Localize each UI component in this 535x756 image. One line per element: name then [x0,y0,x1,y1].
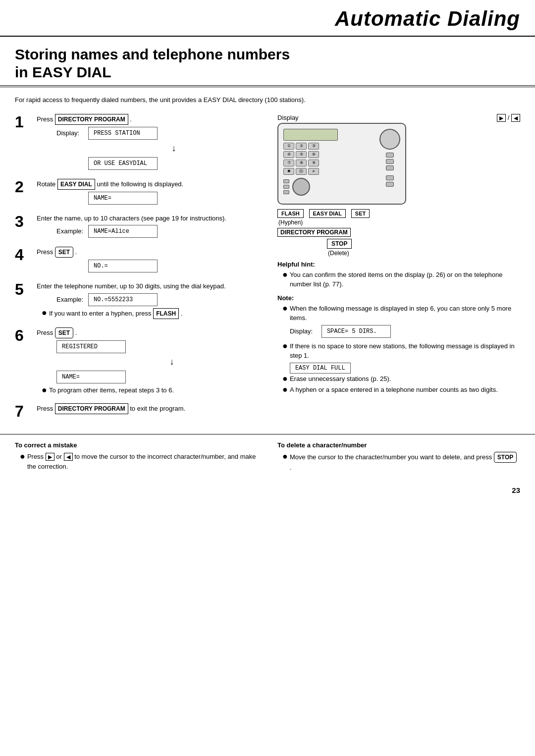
intro-text: For rapid access to frequently dialed nu… [15,95,520,105]
step-3: 3 Enter the name, up to 10 characters (s… [15,214,263,240]
easy-dial-key-diagram: EASY DIAL [309,209,346,218]
dir-program-key-row: DIRECTORY PROGRAM [277,228,520,237]
stop-key-bottom: STOP [494,452,517,463]
page-title: Automatic Dialing [335,7,520,30]
step-6-number: 6 [15,327,33,343]
step-3-display-row: Example: NAME=Alice [56,225,263,238]
step-7-number: 7 [15,403,33,419]
small-buttons-col [283,179,289,194]
helpful-hint-text: You can confirm the stored items on the … [290,270,520,289]
step-6-bullet-text: To program other items, repeat steps 3 t… [49,385,174,395]
correct-right-arrow: ▶ [46,453,54,461]
step-5-display-box: NO.=5552233 [88,293,158,306]
main-content: For rapid access to frequently dialed nu… [0,87,535,426]
step-1-display-row-2: OR USE EASYDIAL [56,157,263,170]
stop-key-diagram: STOP [327,239,352,249]
step-7-content: Press DIRECTORY PROGRAM to exit the prog… [37,403,263,414]
note-text-2: If there is no space to store new statio… [290,341,520,373]
step-5-number: 5 [15,281,33,297]
note-dot-3: ● [282,374,288,383]
page-number-area: 23 [0,481,535,502]
left-column: 1 Press DIRECTORY PROGRAM . Display: PRE… [15,114,272,427]
hyphen-label: (Hyphen) [278,219,520,226]
small-btn-1 [283,179,289,183]
diagram-right-side [379,129,400,187]
note-title: Note: [277,294,520,302]
helpful-hint-bullet: ● You can confirm the stored items on th… [282,270,520,289]
key-hash: # [308,168,319,175]
side-btn-c [386,165,394,170]
step-1-display-box-2: OR USE EASYDIAL [88,157,158,170]
diagram-display-label-row: Display ▶ / ◀ [277,114,520,121]
nav-left-arrow: ◀ [511,114,520,122]
lcd-display [283,129,338,141]
flash-key-5: FLASH [153,308,179,319]
step-2-display-row: NAME= [56,192,263,205]
step-4-content: Press SET . NO.= [37,247,263,274]
small-btn-3 [283,190,289,194]
key-6: ⑥ [308,151,319,158]
key-0: ⓪ [296,168,307,175]
step-1: 1 Press DIRECTORY PROGRAM . Display: PRE… [15,114,263,172]
step-6-display-box-2: NAME= [56,371,126,383]
step-1-display-box-1: PRESS STATION [88,127,158,140]
stop-key-row: STOP [277,239,520,249]
hint-bullet-dot: ● [282,270,288,279]
section-heading: Storing names and telephone numbers in E… [0,37,535,87]
note-display-row-2: EASY DIAL FULL [290,363,520,373]
bullet-dot-5: ● [42,308,47,317]
step-3-display-box: NAME=Alice [88,225,158,238]
step-3-example-label: Example: [56,226,85,236]
directory-program-key-7: DIRECTORY PROGRAM [55,403,128,414]
flash-key-diagram: FLASH [277,209,304,218]
dial-circle [292,178,310,196]
step-2-content: Rotate EASY DIAL until the following is … [37,179,263,207]
key-1: ① [283,143,294,150]
key-2: ② [296,143,307,150]
step-7: 7 Press DIRECTORY PROGRAM to exit the pr… [15,403,263,419]
helpful-hint-title: Helpful hint: [277,261,520,268]
step-2: 2 Rotate EASY DIAL until the following i… [15,179,263,207]
diagram-bottom-controls [283,178,338,196]
note-bullet-4: ● A hyphen or a space entered in a telep… [282,385,520,395]
note-text-3: Erase unnecessary stations (p. 25). [290,374,391,384]
step-1-arrow: ↓ [85,142,263,155]
set-key-6: SET [55,327,73,338]
bottom-keys-row: FLASH EASY DIAL SET [277,210,520,217]
step-4: 4 Press SET . NO.= [15,247,263,274]
nav-right-arrow: ▶ [497,114,506,122]
note-dot-2: ● [282,341,288,350]
diagram-nav-arrows: ▶ / ◀ [497,114,520,121]
key-3: ③ [308,143,319,150]
step-6-displays: REGISTERED ↓ NAME= [56,340,263,383]
note-display-box-1: SPACE= 5 DIRS. [321,325,391,338]
section-title: Storing names and telephone numbers in E… [15,46,520,81]
bottom-correct-col: To correct a mistake ● Press ▶ or ◀ to m… [15,441,258,474]
bullet-dot-6: ● [42,385,47,394]
directory-program-key-1: DIRECTORY PROGRAM [55,114,128,125]
directory-program-key-diagram: DIRECTORY PROGRAM [277,228,351,237]
key-star: ✱ [283,168,294,175]
bottom-delete-title: To delete a character/number [277,441,520,449]
delete-bullet-dot: ● [282,452,288,461]
key-9: ⑨ [308,160,319,166]
step-1-display-label: Display: [56,128,85,138]
note-bullet-1: ● When the following message is displaye… [282,304,520,340]
note-text-4: A hyphen or a space entered in a telepho… [290,385,498,395]
step-4-display-box: NO.= [88,260,158,272]
side-btn-a [386,153,394,158]
correct-left-arrow: ◀ [64,453,73,461]
step-1-display-row: Display: PRESS STATION [56,127,263,140]
step-4-display-row: NO.= [56,260,263,272]
step-3-content: Enter the name, up to 10 characters (see… [37,214,263,240]
step-5-example-label: Example: [56,295,85,305]
step-2-display-box: NAME= [88,192,158,205]
easy-dial-key-2: EASY DIAL [57,179,95,190]
nav-btn-2 [386,182,394,187]
bottom-correct-title: To correct a mistake [15,441,258,449]
step-4-number: 4 [15,247,33,263]
step-5-display-row: Example: NO.=5552233 [56,293,263,306]
set-key-diagram: SET [351,209,370,218]
key-5: ⑤ [296,151,307,158]
note-dot-4: ● [282,385,288,394]
